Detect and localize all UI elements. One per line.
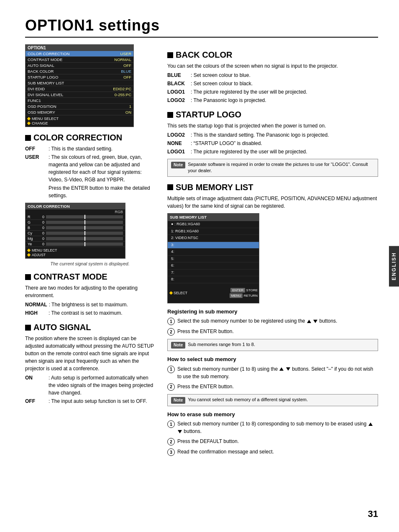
diamond-icon [27,117,31,120]
smb-enter-btn: ENTER [230,288,245,293]
auto-signal-heading: AUTO SIGNAL [25,323,155,332]
contrast-high: HIGH : The contrast is set to maximum. [25,309,155,317]
logo1-desc: : The picture registered by the user wil… [191,88,378,96]
smb-footer-left: SELECT [170,290,187,296]
cb-label-mg: Mg [28,237,36,241]
cb-label-g: G [28,220,36,224]
option1-menu-box: OPTION1 COLOR CORRECTION USER CONTRAST M… [25,44,134,127]
sel-note: Note You cannot select sub memory of a d… [167,394,378,406]
section-square-icon [25,325,31,331]
color-row-cy: Cy 0 [26,231,125,236]
off-desc: : The input auto setup function is set t… [49,397,155,405]
smb-menu-btn: MENU [230,293,243,298]
menu-row-auto-signal[interactable]: AUTO SIGNAL OFF [26,63,133,69]
sub-memory-list-heading-text: SUB MEMORY LIST [176,183,253,192]
cb-bar-marker [84,237,85,241]
menu-row-value: NORMAL [114,57,131,62]
step-num-1: 1 [167,420,175,428]
menu-row-dvi-signal-level[interactable]: DVI SIGNAL LEVEL 0-255:PC [26,92,133,98]
color-box-caption: The current signal system is displayed. [25,261,155,266]
page-title: OPTION1 settings [25,17,378,38]
cb-val-ye: 0 [38,242,44,246]
option1-menu-title: OPTION1 [26,45,133,51]
color-box-title: COLOR CORRECTION [26,203,125,209]
back-color-logo2: LOGO2 : The Panasonic logo is projected. [167,97,378,104]
logo2-label: LOGO2 [167,97,189,104]
cb-bar-marker [84,231,85,235]
smb-return-label: RETURN [244,294,258,298]
step-num-1: 1 [167,318,175,325]
menu-row-func1[interactable]: FUNC1 [26,98,133,104]
contrast-mode-intro: There are two modes for adjusting to the… [25,284,155,299]
contrast-mode-heading: CONTRAST MODE [25,272,155,282]
off-desc: : This is the standard setting. [49,145,155,153]
menu-row-osd-memory[interactable]: OSD MEMORY ON [26,109,133,115]
black-desc: : Set screen colour to black. [191,80,378,87]
menu-row-label: DVI EDID [28,87,45,91]
logo1s-desc: : The picture registered by the user wil… [191,148,378,155]
color-row-b: B 0 [26,225,125,231]
menu-row-label: COLOR CORRECTION [28,51,69,56]
section-square-icon [25,274,31,280]
cb-bar-r [46,215,123,219]
smb-title: SUB MEMORY LIST [168,214,259,221]
diamond-icon [27,253,31,257]
logo2-desc: : The Panasonic logo is projected. [191,97,378,104]
smb-row-0: ● : RGB1:XGA60 [168,221,259,228]
normal-label: NORMAL [25,301,47,308]
cb-val-g: 0 [38,220,44,224]
cb-val-mg: 0 [38,237,44,241]
logo1s-label: LOGO1 [167,148,189,155]
color-row-r: R 0 [26,214,125,220]
erase-sub-memory-heading: How to erase sub memory [167,410,378,419]
smb-row-6: 6: [168,262,259,270]
on-label: ON [25,374,47,397]
sel-step-1: 1 Select sub memory number (1 to 8) usin… [167,365,378,380]
reg-step-2: 2 Press the ENTER button. [167,328,378,336]
note-label: Note [171,342,185,349]
step-num-2: 2 [167,328,175,336]
startup-logo-logo2: LOGO2 : This is the standard setting. Th… [167,131,378,139]
cb-bar-g [46,221,123,224]
note-label: Note [171,397,185,404]
sub-memory-box: SUB MEMORY LIST ● : RGB1:XGA60 1: RGB1:X… [167,213,259,303]
menu-row-back-color[interactable]: BACK COLOR BLUE [26,69,133,74]
triangle-down-icon [286,367,290,371]
page: ENGLISH OPTION1 settings OPTION1 COLOR C… [0,0,399,532]
menu-row-dvi-edid[interactable]: DVI EDID EDID2:PC [26,86,133,92]
color-correction-box: COLOR CORRECTION RGB R 0 G 0 [25,203,125,259]
menu-row-label: OSD POSITION [28,104,56,109]
smb-row-5: 5: [168,256,259,263]
menu-row-sub-memory-list[interactable]: SUB MEMORY LIST [26,80,133,86]
menu-row-startup-logo[interactable]: STARTUP LOGO OFF [26,74,133,80]
sel-note-text: You cannot select sub memory of a differ… [188,397,308,403]
right-column: BACK COLOR You can set the colours of th… [167,44,378,458]
off-label: OFF [25,397,47,405]
color-correction-user: USER : The six colours of red, green, bl… [25,153,155,183]
triangle-down-icon [313,320,317,323]
back-color-intro: You can set the colours of the screen wh… [167,62,378,70]
menu-row-osd-position[interactable]: OSD POSITION 1 [26,104,133,109]
menu-row-value: BLUE [121,69,131,74]
menu-row-contrast-mode[interactable]: CONTRAST MODE NORMAL [26,57,133,63]
select-sub-memory-heading: How to select sub memory [167,355,378,364]
cb-val-cy: 0 [38,231,44,235]
cb-foot-menu-select-label: MENU SELECT [32,248,57,252]
menu-row-value: OFF [123,75,131,79]
cb-label-ye: Ye [28,242,36,246]
off-label: OFF [25,145,47,153]
cb-bar-b [46,226,123,229]
triangle-up-icon [279,367,284,371]
smb-select-label: SELECT [174,290,187,296]
blue-label: BLUE [167,71,189,79]
cb-foot-adjust-label: ADJUST [32,253,46,257]
menu-row-label: OSD MEMORY [28,110,55,115]
menu-row-value: OFF [123,63,131,68]
startup-logo-heading: STARTUP LOGO [167,110,378,120]
reg-step-1: 1 Select the sub memory number to be reg… [167,317,378,325]
smb-row-3: 3: [168,242,259,249]
smb-row-4: 4: [168,249,259,256]
sub-memory-list-body: Multiple sets of image adjustment data (… [167,195,378,456]
menu-row-color-correction[interactable]: COLOR CORRECTION USER [26,51,133,57]
sel-step-2: 2 Press the ENTER button. [167,383,378,391]
